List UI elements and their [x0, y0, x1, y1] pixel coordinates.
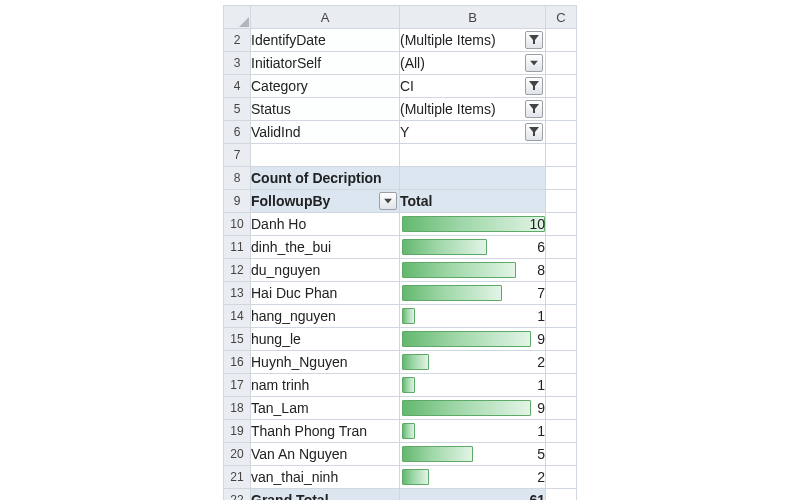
- filter-field-value[interactable]: (Multiple Items): [400, 29, 546, 52]
- cell[interactable]: [546, 121, 577, 144]
- pivot-value-cell[interactable]: 9: [400, 397, 546, 420]
- row-header[interactable]: 15: [224, 328, 251, 351]
- pivot-value-cell[interactable]: 1: [400, 305, 546, 328]
- pivot-value-cell[interactable]: 9: [400, 328, 546, 351]
- cell[interactable]: [546, 190, 577, 213]
- cell[interactable]: [546, 282, 577, 305]
- grand-total-value[interactable]: 61: [400, 489, 546, 501]
- filter-field-value[interactable]: Y: [400, 121, 546, 144]
- spreadsheet-grid[interactable]: A B C 2IdentifyDate(Multiple Items)3Init…: [223, 5, 577, 500]
- pivot-value-cell[interactable]: 2: [400, 351, 546, 374]
- cell[interactable]: [546, 167, 577, 190]
- cell[interactable]: [251, 144, 400, 167]
- cell[interactable]: [546, 236, 577, 259]
- row-header[interactable]: 14: [224, 305, 251, 328]
- pivot-value-cell[interactable]: 2: [400, 466, 546, 489]
- filter-field-label[interactable]: ValidInd: [251, 121, 400, 144]
- pivot-value-cell[interactable]: 6: [400, 236, 546, 259]
- pivot-row-label[interactable]: van_thai_ninh: [251, 466, 400, 489]
- pivot-row-label[interactable]: du_nguyen: [251, 259, 400, 282]
- cell[interactable]: [546, 213, 577, 236]
- pivot-row-label[interactable]: Danh Ho: [251, 213, 400, 236]
- row-header[interactable]: 8: [224, 167, 251, 190]
- row-header[interactable]: 10: [224, 213, 251, 236]
- row-header[interactable]: 7: [224, 144, 251, 167]
- cell[interactable]: [546, 397, 577, 420]
- pivot-value-text: 8: [537, 262, 545, 278]
- pivot-value-text: 1: [537, 308, 545, 324]
- pivot-value-cell[interactable]: 1: [400, 374, 546, 397]
- column-header-b[interactable]: B: [400, 6, 546, 29]
- row-header[interactable]: 20: [224, 443, 251, 466]
- row-header[interactable]: 5: [224, 98, 251, 121]
- row-header[interactable]: 13: [224, 282, 251, 305]
- chevron-down-icon[interactable]: [525, 54, 543, 72]
- filter-field-value[interactable]: CI: [400, 75, 546, 98]
- row-header[interactable]: 3: [224, 52, 251, 75]
- filter-field-label[interactable]: IdentifyDate: [251, 29, 400, 52]
- cell[interactable]: [546, 75, 577, 98]
- funnel-icon[interactable]: [525, 77, 543, 95]
- cell[interactable]: [546, 259, 577, 282]
- select-all-corner[interactable]: [224, 6, 251, 29]
- cell[interactable]: [546, 443, 577, 466]
- row-header[interactable]: 2: [224, 29, 251, 52]
- pivot-row-label[interactable]: hang_nguyen: [251, 305, 400, 328]
- pivot-row-label[interactable]: Thanh Phong Tran: [251, 420, 400, 443]
- filter-field-value[interactable]: (Multiple Items): [400, 98, 546, 121]
- funnel-icon[interactable]: [525, 31, 543, 49]
- pivot-value-cell[interactable]: 1: [400, 420, 546, 443]
- pivot-row-label[interactable]: nam trinh: [251, 374, 400, 397]
- pivot-rowfield-header[interactable]: FollowupBy: [251, 190, 400, 213]
- row-header[interactable]: 16: [224, 351, 251, 374]
- row-header[interactable]: 17: [224, 374, 251, 397]
- pivot-row-label[interactable]: Van An Nguyen: [251, 443, 400, 466]
- cell[interactable]: [546, 374, 577, 397]
- cell[interactable]: [546, 98, 577, 121]
- filter-dropdown-button[interactable]: [379, 192, 397, 210]
- cell[interactable]: [546, 144, 577, 167]
- cell[interactable]: [546, 420, 577, 443]
- pivot-value-cell[interactable]: 8: [400, 259, 546, 282]
- cell[interactable]: [546, 305, 577, 328]
- filter-field-label[interactable]: InitiatorSelf: [251, 52, 400, 75]
- filter-field-label[interactable]: Status: [251, 98, 400, 121]
- cell[interactable]: [546, 489, 577, 501]
- column-header-a[interactable]: A: [251, 6, 400, 29]
- row-header[interactable]: 4: [224, 75, 251, 98]
- funnel-icon[interactable]: [525, 123, 543, 141]
- pivot-row-label[interactable]: hung_le: [251, 328, 400, 351]
- cell[interactable]: [546, 466, 577, 489]
- row-header[interactable]: 18: [224, 397, 251, 420]
- row-header[interactable]: 21: [224, 466, 251, 489]
- cell[interactable]: [546, 328, 577, 351]
- row-header[interactable]: 12: [224, 259, 251, 282]
- row-header[interactable]: 19: [224, 420, 251, 443]
- data-bar: [402, 331, 531, 347]
- svg-marker-0: [239, 17, 249, 27]
- pivot-row-label[interactable]: Tan_Lam: [251, 397, 400, 420]
- pivot-value-cell[interactable]: 7: [400, 282, 546, 305]
- pivot-value-cell[interactable]: 5: [400, 443, 546, 466]
- filter-field-value[interactable]: (All): [400, 52, 546, 75]
- grand-total-label[interactable]: Grand Total: [251, 489, 400, 501]
- row-header[interactable]: 11: [224, 236, 251, 259]
- pivot-row-label[interactable]: Huynh_Nguyen: [251, 351, 400, 374]
- filter-value-text: (All): [400, 55, 425, 71]
- pivot-row-label[interactable]: Hai Duc Phan: [251, 282, 400, 305]
- cell[interactable]: [546, 29, 577, 52]
- cell[interactable]: [546, 351, 577, 374]
- column-header-c[interactable]: C: [546, 6, 577, 29]
- row-header[interactable]: 6: [224, 121, 251, 144]
- cell[interactable]: [400, 144, 546, 167]
- row-header[interactable]: 22: [224, 489, 251, 501]
- filter-field-label[interactable]: Category: [251, 75, 400, 98]
- funnel-icon[interactable]: [525, 100, 543, 118]
- cell[interactable]: [546, 52, 577, 75]
- row-header[interactable]: 9: [224, 190, 251, 213]
- pivot-row-label[interactable]: dinh_the_bui: [251, 236, 400, 259]
- cell[interactable]: [400, 167, 546, 190]
- pivot-title[interactable]: Count of Decription: [251, 167, 400, 190]
- pivot-valfield-header[interactable]: Total: [400, 190, 546, 213]
- pivot-value-cell[interactable]: 10: [400, 213, 546, 236]
